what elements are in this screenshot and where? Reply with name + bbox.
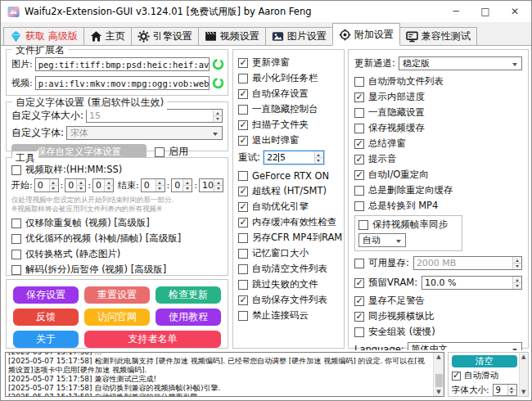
scroll-down-icon[interactable]: ▼ <box>520 388 528 396</box>
maximize-button[interactable]: □ <box>471 1 500 22</box>
update-channel-select[interactable]: 稳定版 <box>399 56 522 70</box>
fps-sync-mode-select[interactable]: 自动 <box>358 233 406 247</box>
checkbox[interactable] <box>354 327 364 337</box>
font-family-select[interactable]: 宋体 <box>66 126 223 140</box>
vram-available-spinner[interactable]: 2000 MB <box>413 256 522 270</box>
checkbox[interactable] <box>238 311 248 321</box>
sample-start-min-spinner[interactable]: 0 <box>65 178 86 192</box>
middle-option-row[interactable]: 记忆窗口大小 <box>238 248 339 259</box>
checkbox[interactable] <box>238 74 248 83</box>
right-option-row[interactable]: 提示音 <box>354 154 522 164</box>
middle-option-row[interactable]: 退出时弹窗 <box>238 135 339 146</box>
checkbox[interactable] <box>354 139 364 149</box>
sample-end-sec-spinner[interactable]: 10 <box>199 178 223 192</box>
checkbox[interactable] <box>354 108 364 118</box>
checkbox[interactable] <box>238 136 248 146</box>
side-panel-scrollbar[interactable]: ▲ ▼ <box>519 353 528 396</box>
right-option-row[interactable]: 总结弹窗 <box>354 138 522 149</box>
right-option-row[interactable]: 一直隐藏设置 <box>354 107 522 118</box>
action-button[interactable]: 关于 <box>13 331 79 348</box>
checkbox[interactable] <box>354 170 364 180</box>
checkbox[interactable] <box>354 201 364 211</box>
action-button[interactable]: 检查更新 <box>156 286 221 304</box>
checkbox[interactable] <box>11 265 21 275</box>
checkbox[interactable] <box>358 220 368 230</box>
checkbox[interactable] <box>155 147 165 157</box>
spin-down-icon[interactable] <box>213 115 222 122</box>
right-option-row[interactable]: 总是转换到 MP4 <box>354 200 522 211</box>
clear-log-button[interactable]: 清空 <box>452 355 517 367</box>
middle-option-row[interactable]: 自动清空文件列表 <box>238 264 339 274</box>
middle-option-row[interactable]: GeForce RTX ON <box>238 170 339 181</box>
checkbox[interactable] <box>11 165 21 175</box>
sample-end-min-spinner[interactable]: 0 <box>171 178 192 192</box>
checkbox[interactable] <box>238 218 248 228</box>
tab-image-settings[interactable]: 图片设置 <box>265 27 333 46</box>
action-button[interactable]: 反馈 <box>13 309 79 326</box>
middle-option-row[interactable]: 自动优化引擎 <box>238 201 339 212</box>
checkbox[interactable] <box>11 234 21 244</box>
checkbox[interactable] <box>11 219 21 228</box>
sample-end-hour-spinner[interactable]: 0 <box>141 178 165 192</box>
middle-option-row[interactable]: 自动保存文件列表 <box>238 295 339 305</box>
scrollbar-thumb[interactable] <box>435 374 443 387</box>
middle-option-row[interactable]: 一直隐藏控制台 <box>238 104 339 115</box>
image-ext-field[interactable]: peg:tif:tiff:bmp:psd:heic:heif:avif:webp… <box>35 57 210 71</box>
enable-font-checkbox-row[interactable]: 启用 <box>155 146 188 157</box>
sample-start-sec-spinner[interactable]: 0 <box>92 178 114 192</box>
action-button[interactable]: 重置设置 <box>84 286 150 304</box>
action-button[interactable]: 使用教程 <box>156 309 221 326</box>
middle-option-row[interactable]: 跳过失败的文件 <box>238 279 339 290</box>
vram-reserved-spinner[interactable]: 10.0 % <box>422 276 522 290</box>
tab-engine-settings[interactable]: 引擎设置 <box>131 27 199 46</box>
tool-option-row[interactable]: 解码(拆分)后暂停 (视频) [高级版] <box>11 264 223 275</box>
checkbox[interactable] <box>238 89 248 99</box>
tool-option-row[interactable]: 仅转换格式 (静态图片) <box>11 249 223 259</box>
log-scrollbar[interactable]: ▲ ▼ <box>433 353 444 396</box>
tab-home[interactable]: 主页 <box>83 27 132 46</box>
checkbox[interactable] <box>354 186 364 196</box>
minimize-button[interactable]: ─ <box>441 1 471 22</box>
tab-additional-settings[interactable]: 附加设置 <box>332 23 400 46</box>
action-button[interactable]: 支持者名单 <box>84 331 221 348</box>
checkbox[interactable] <box>238 233 248 243</box>
right-option-row[interactable]: 自动滑动文件列表 <box>354 76 522 87</box>
middle-option-row[interactable]: 禁止连接码云 <box>238 310 339 321</box>
right-option-row[interactable]: 自动I/O重定向 <box>354 169 522 180</box>
checkbox[interactable] <box>354 124 364 133</box>
checkbox[interactable] <box>238 295 248 305</box>
vram-available-checkbox[interactable] <box>354 259 364 268</box>
autoscroll-checkbox-row[interactable]: 自动滑动 <box>452 370 517 381</box>
sample-start-hour-spinner[interactable]: 0 <box>34 178 59 192</box>
retry-spinner[interactable]: 225 <box>264 151 324 164</box>
middle-option-row[interactable]: 扫描子文件夹 <box>238 119 339 130</box>
log-font-size-spinner[interactable]: 9 <box>493 384 517 396</box>
middle-option-row[interactable]: 超线程 (HT/SMT) <box>238 186 339 196</box>
video-ext-field[interactable]: p:avi:flv:mkv:mov:mpg:ogg:vob:webm:wmv:t… <box>35 76 210 90</box>
spin-up-icon[interactable] <box>213 110 222 115</box>
checkbox[interactable] <box>354 312 364 322</box>
middle-option-row[interactable]: 最小化到任务栏 <box>238 73 339 83</box>
checkbox[interactable] <box>238 105 248 115</box>
close-button[interactable]: ✕ <box>500 1 530 22</box>
middle-option-row[interactable]: 另存CFR MP4到RAM <box>238 232 339 243</box>
checkbox[interactable] <box>238 280 248 290</box>
video-sampling-checkbox-row[interactable]: 视频取样:(HH:MM:SS) <box>11 164 223 175</box>
tab-compatibility-test[interactable]: 兼容性测试 <box>399 27 477 46</box>
checkbox[interactable] <box>354 92 364 102</box>
checkbox[interactable] <box>238 202 248 212</box>
tool-option-row[interactable]: 仅移除重复帧 (视频) [高级版] <box>11 218 223 228</box>
checkbox[interactable] <box>354 77 364 87</box>
middle-option-row[interactable]: 自动保存设置 <box>238 88 339 99</box>
reset-video-ext-icon[interactable] <box>212 77 224 89</box>
scroll-down-icon[interactable]: ▼ <box>434 388 444 396</box>
middle-option-row[interactable]: 内存缓冲有效性检查 <box>238 217 339 228</box>
checkbox[interactable] <box>452 372 461 381</box>
tab-get-premium[interactable]: 获取 高级版 <box>3 27 84 46</box>
action-button[interactable]: 保存设置 <box>13 286 79 304</box>
right-option-row[interactable]: 安全组装 (缓慢) <box>354 327 522 337</box>
font-size-spinner[interactable]: 15 <box>86 109 223 123</box>
fps-sync-checkbox-row[interactable]: 保持视频帧率同步 <box>358 219 458 230</box>
action-button[interactable]: 访问官网 <box>84 309 150 326</box>
checkbox[interactable] <box>238 58 248 68</box>
